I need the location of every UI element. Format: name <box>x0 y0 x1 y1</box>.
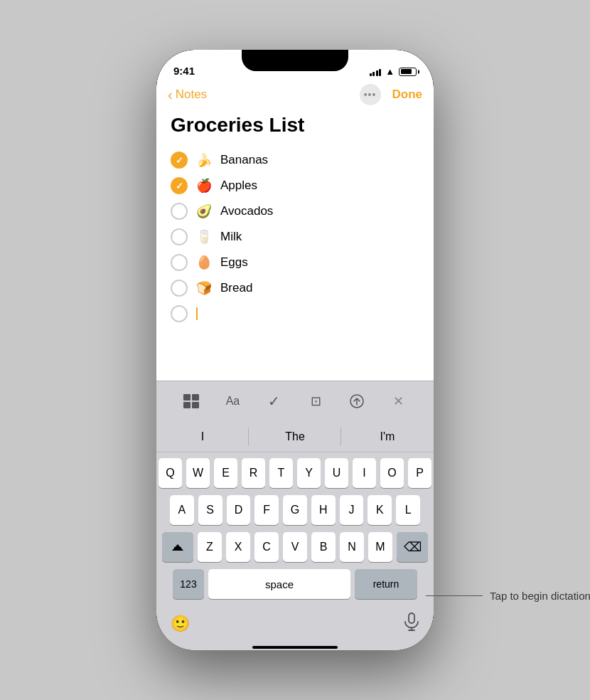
key-h[interactable]: H <box>311 495 336 525</box>
item-emoji: 🥚 <box>196 255 212 270</box>
list-item[interactable]: 🥛 Milk <box>171 225 419 249</box>
key-j[interactable]: J <box>340 495 364 525</box>
check-circle-5[interactable] <box>171 254 188 271</box>
space-button[interactable]: space <box>208 569 350 599</box>
key-c[interactable]: C <box>254 532 279 562</box>
list-item[interactable]: 🍎 Apples <box>171 174 419 198</box>
backspace-icon: ⌫ <box>404 539 422 555</box>
compose-icon <box>349 393 365 409</box>
list-item[interactable]: 🥑 Avocados <box>171 199 419 223</box>
check-circle-7[interactable] <box>171 305 188 322</box>
list-item[interactable]: 🥚 Eggs <box>171 250 419 275</box>
back-button[interactable]: ‹ Notes <box>168 88 207 102</box>
dictation-button[interactable] <box>404 612 419 635</box>
formatting-toolbar: Aa ✓ ⊡ ✕ <box>156 381 434 421</box>
close-icon: ✕ <box>393 393 404 409</box>
key-s[interactable]: S <box>198 495 222 525</box>
item-emoji: 🥛 <box>196 229 212 245</box>
status-icons: ▲ <box>370 66 417 77</box>
svg-rect-1 <box>409 613 414 623</box>
camera-icon: ⊡ <box>311 393 321 409</box>
check-circle-1[interactable] <box>171 152 188 169</box>
text-format-button[interactable]: Aa <box>220 388 245 414</box>
back-chevron-icon: ‹ <box>168 88 173 102</box>
note-title[interactable]: Groceries List <box>171 114 419 137</box>
key-i[interactable]: I <box>353 458 376 488</box>
key-q[interactable]: Q <box>159 458 182 488</box>
key-t[interactable]: T <box>269 458 293 488</box>
key-u[interactable]: U <box>325 458 348 488</box>
compose-button[interactable] <box>344 388 370 414</box>
keyboard-row-2: A S D F G H J K L <box>159 495 431 525</box>
item-emoji: 🍌 <box>196 152 212 168</box>
item-text: Milk <box>220 230 242 244</box>
autocomplete-item-1[interactable]: I <box>156 421 249 452</box>
backspace-button[interactable]: ⌫ <box>397 532 428 562</box>
key-k[interactable]: K <box>368 495 392 525</box>
battery-fill <box>401 69 412 74</box>
item-emoji: 🍎 <box>196 178 212 193</box>
key-m[interactable]: M <box>368 532 392 562</box>
camera-button[interactable]: ⊡ <box>303 388 328 414</box>
autocomplete-item-3[interactable]: I'm <box>341 421 434 452</box>
table-button[interactable] <box>178 388 204 414</box>
return-label: return <box>373 578 399 590</box>
list-item[interactable]: 🍞 Bread <box>171 276 419 300</box>
key-p[interactable]: P <box>408 458 431 488</box>
key-f[interactable]: F <box>254 495 279 525</box>
item-emoji: 🍞 <box>196 280 212 296</box>
done-button[interactable]: Done <box>392 88 423 102</box>
key-v[interactable]: V <box>283 532 307 562</box>
item-text: Eggs <box>220 255 248 270</box>
shift-button[interactable] <box>162 532 193 562</box>
phone-screen: 9:41 ▲ ‹ Notes <box>156 50 434 650</box>
suggestion-2: The <box>285 430 305 443</box>
check-circle-2[interactable] <box>171 177 188 194</box>
check-circle-4[interactable] <box>171 228 188 245</box>
close-button[interactable]: ✕ <box>386 388 412 414</box>
checklist-icon: ✓ <box>268 393 280 410</box>
key-r[interactable]: R <box>242 458 265 488</box>
home-bar <box>252 646 338 649</box>
item-text: Avocados <box>220 204 273 218</box>
emoji-icon: 🙂 <box>171 615 190 632</box>
check-circle-3[interactable] <box>171 203 188 220</box>
keyboard-row-4: 123 space return <box>159 569 431 599</box>
key-y[interactable]: Y <box>297 458 321 488</box>
keyboard-row-1: Q W E R T Y U I O P <box>159 458 431 488</box>
item-emoji: 🥑 <box>196 203 212 219</box>
key-x[interactable]: X <box>226 532 250 562</box>
key-b[interactable]: B <box>311 532 336 562</box>
back-label: Notes <box>176 88 207 102</box>
autocomplete-item-2[interactable]: The <box>249 421 341 452</box>
key-e[interactable]: E <box>214 458 237 488</box>
numbers-button[interactable]: 123 <box>173 569 204 599</box>
note-content: Groceries List 🍌 Bananas 🍎 Apples � <box>156 111 434 381</box>
signal-icon <box>370 68 382 76</box>
dictation-line <box>426 595 483 596</box>
return-button[interactable]: return <box>355 569 417 599</box>
checklist-button[interactable]: ✓ <box>262 388 287 414</box>
list-item[interactable]: 🍌 Bananas <box>171 148 419 172</box>
key-z[interactable]: Z <box>198 532 222 562</box>
more-icon: ••• <box>364 89 377 100</box>
key-l[interactable]: L <box>396 495 420 525</box>
list-item[interactable] <box>171 302 419 326</box>
battery-icon <box>399 68 417 76</box>
space-label: space <box>265 578 294 590</box>
key-d[interactable]: D <box>227 495 251 525</box>
key-w[interactable]: W <box>186 458 210 488</box>
status-time: 9:41 <box>173 65 195 77</box>
dictation-callout: Tap to begin dictation. <box>426 590 590 602</box>
key-a[interactable]: A <box>170 495 194 525</box>
emoji-button[interactable]: 🙂 <box>171 615 190 633</box>
check-circle-6[interactable] <box>171 280 188 297</box>
keyboard: Q W E R T Y U I O P A S D F G H J K <box>156 452 434 609</box>
key-n[interactable]: N <box>340 532 364 562</box>
key-g[interactable]: G <box>283 495 307 525</box>
shift-icon <box>172 544 183 551</box>
dictation-text: Tap to begin dictation. <box>490 590 590 602</box>
more-button[interactable]: ••• <box>360 84 381 105</box>
key-o[interactable]: O <box>380 458 404 488</box>
item-text: Bananas <box>220 153 268 167</box>
